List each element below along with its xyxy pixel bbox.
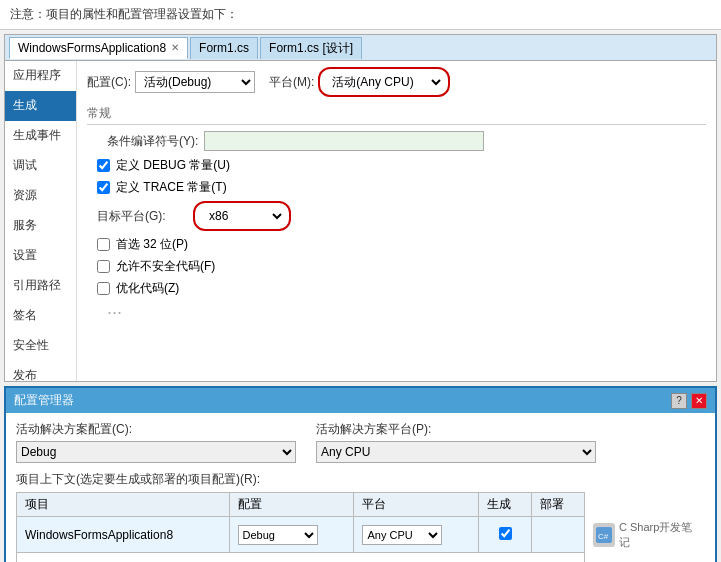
watermark-icon: C# [593,523,615,547]
sidebar-item-resources[interactable]: 资源 [5,181,76,211]
sidebar-item-signing[interactable]: 签名 [5,301,76,331]
sidebar: 应用程序 生成 生成事件 调试 资源 服务 设置 引用路径 [5,61,77,381]
sidebar-item-ref-path[interactable]: 引用路径 [5,271,76,301]
cm-close-button[interactable]: ✕ [691,393,707,409]
cell-build [479,517,532,553]
optimize-code-label: 优化代码(Z) [116,280,179,297]
watermark-text: C Sharp开发笔记 [619,520,696,550]
tab-form1design[interactable]: Form1.cs [设计] [260,37,362,59]
cm-active-platform-label: 活动解决方案平台(P): [316,421,596,438]
row-build-checkbox[interactable] [499,527,512,540]
define-trace-label: 定义 TRACE 常量(T) [116,179,227,196]
config-label: 配置(C): [87,74,131,91]
top-note: 注意：项目的属性和配置管理器设置如下： [0,0,721,30]
cm-title: 配置管理器 [14,392,74,409]
platform-label: 平台(M): [269,74,314,91]
unsafe-code-label: 允许不安全代码(F) [116,258,215,275]
sidebar-item-publish[interactable]: 发布 [5,361,76,391]
main-window: WindowsFormsApplication8 ✕ Form1.cs Form… [4,34,717,382]
cell-deploy [532,517,585,553]
cm-active-platform-group: 活动解决方案平台(P): Any CPU [316,421,596,463]
target-platform-label: 目标平台(G): [97,208,187,225]
prefer32-label: 首选 32 位(P) [116,236,188,253]
sidebar-item-debug[interactable]: 调试 [5,151,76,181]
target-platform-row: 目标平台(G): x86 Any CPU x64 [97,201,706,231]
platform-select[interactable]: 活动(Any CPU) [324,71,444,93]
cm-table: 项目 配置 平台 生成 部署 WindowsFormsApplication8 … [16,492,705,562]
define-debug-label: 定义 DEBUG 常量(U) [116,157,230,174]
unsafe-code-checkbox[interactable] [97,260,110,273]
right-panel: 配置(C): 活动(Debug) 平台(M): 活动(Any CPU) 常规 条… [77,61,716,381]
col-build: 生成 [479,493,532,517]
cm-title-buttons: ? ✕ [671,393,707,409]
cell-config: Debug [229,517,354,553]
cell-platform: Any CPU [354,517,479,553]
table-empty-row [17,553,705,563]
tab-bar: WindowsFormsApplication8 ✕ Form1.cs Form… [5,35,716,61]
content-area: 应用程序 生成 生成事件 调试 资源 服务 设置 引用路径 [5,61,716,381]
sidebar-item-app[interactable]: 应用程序 [5,61,76,91]
table-row: WindowsFormsApplication8 Debug Any CPU [17,517,705,553]
config-select[interactable]: 活动(Debug) [135,71,255,93]
row-config-select[interactable]: Debug [238,525,318,545]
section-general: 常规 [87,105,706,125]
cm-title-bar: 配置管理器 ? ✕ [6,388,715,413]
tab-close-icon[interactable]: ✕ [171,42,179,53]
cm-top-row: 活动解决方案配置(C): Debug 活动解决方案平台(P): Any CPU [16,421,705,463]
tab-windowsforms-label: WindowsFormsApplication8 [18,41,166,55]
define-trace-row: 定义 TRACE 常量(T) [97,179,706,196]
cm-active-config-select[interactable]: Debug [16,441,296,463]
col-deploy: 部署 [532,493,585,517]
conditional-symbols-row: 条件编译符号(Y): [107,131,706,151]
cm-content: 活动解决方案配置(C): Debug 活动解决方案平台(P): Any CPU … [6,413,715,562]
watermark-area: C# C Sharp开发笔记 [593,520,696,550]
conditional-input[interactable] [204,131,484,151]
prefer32-checkbox[interactable] [97,238,110,251]
config-manager-window: 配置管理器 ? ✕ 活动解决方案配置(C): Debug 活动解决方案平台(P)… [4,386,717,562]
row-platform-select[interactable]: Any CPU [362,525,442,545]
optimize-code-row: 优化代码(Z) [97,280,706,297]
sidebar-item-build[interactable]: 生成 [5,91,76,121]
cm-table-label: 项目上下文(选定要生成或部署的项目配置)(R): [16,471,705,488]
optimize-code-checkbox[interactable] [97,282,110,295]
tab-form1cs-label: Form1.cs [199,41,249,55]
cm-active-config-label: 活动解决方案配置(C): [16,421,296,438]
cell-project: WindowsFormsApplication8 [17,517,230,553]
unsafe-code-row: 允许不安全代码(F) [97,258,706,275]
conditional-label: 条件编译符号(Y): [107,133,198,150]
sidebar-item-build-events[interactable]: 生成事件 [5,121,76,151]
tab-windowsforms[interactable]: WindowsFormsApplication8 ✕ [9,37,188,59]
cm-active-config-group: 活动解决方案配置(C): Debug [16,421,296,463]
define-trace-checkbox[interactable] [97,181,110,194]
col-config: 配置 [229,493,354,517]
sidebar-item-security[interactable]: 安全性 [5,331,76,361]
cm-help-button[interactable]: ? [671,393,687,409]
target-platform-select[interactable]: x86 Any CPU x64 [205,205,285,227]
note-text: 注意：项目的属性和配置管理器设置如下： [10,7,238,21]
sidebar-item-services[interactable]: 服务 [5,211,76,241]
cm-active-platform-select[interactable]: Any CPU [316,441,596,463]
cm-table-header: 项目 配置 平台 生成 部署 [17,493,705,517]
svg-text:C#: C# [598,532,609,541]
col-project: 项目 [17,493,230,517]
tab-form1design-label: Form1.cs [设计] [269,40,353,57]
cell-watermark: C# C Sharp开发笔记 [585,517,705,553]
define-debug-row: 定义 DEBUG 常量(U) [97,157,706,174]
sidebar-item-settings[interactable]: 设置 [5,241,76,271]
prefer32-row: 首选 32 位(P) [97,236,706,253]
col-watermark [585,493,705,517]
col-platform: 平台 [354,493,479,517]
config-platform-row: 配置(C): 活动(Debug) 平台(M): 活动(Any CPU) [87,67,706,97]
define-debug-checkbox[interactable] [97,159,110,172]
tab-form1cs[interactable]: Form1.cs [190,37,258,59]
